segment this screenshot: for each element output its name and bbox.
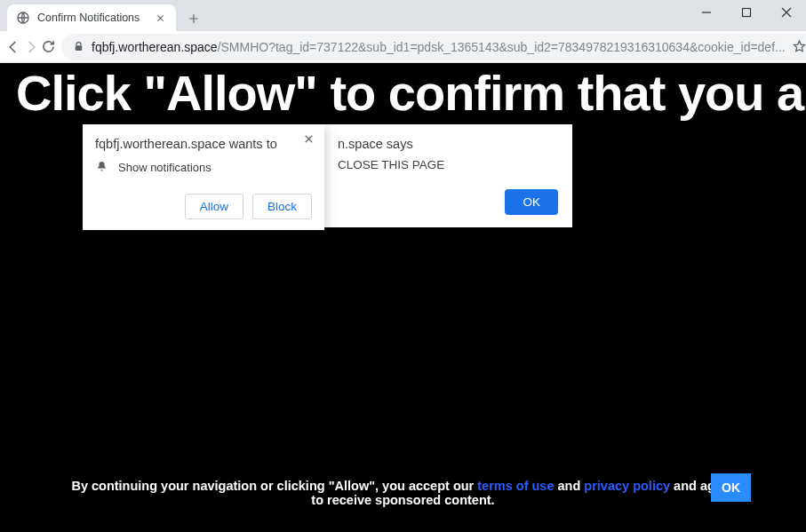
url-path: /SMMHO?tag_id=737122&sub_id1=pdsk_136514… bbox=[218, 40, 786, 54]
allow-button[interactable]: Allow bbox=[185, 194, 243, 219]
bell-icon bbox=[95, 160, 109, 174]
page-content: Click "Allow" to confirm that you are fq… bbox=[0, 63, 806, 532]
permission-origin-text: fqbfj.wortherean.space wants to bbox=[95, 137, 312, 151]
notification-permission-dialog: fqbfj.wortherean.space wants to Show not… bbox=[83, 124, 324, 230]
url-text: fqbfj.wortherean.space/SMMHO?tag_id=7371… bbox=[92, 40, 786, 54]
globe-icon bbox=[16, 11, 30, 25]
cookie-text-2: and bbox=[555, 479, 585, 493]
minimize-button[interactable] bbox=[686, 0, 726, 25]
address-bar[interactable]: fqbfj.wortherean.space/SMMHO?tag_id=7371… bbox=[61, 34, 806, 60]
site-info-icon[interactable] bbox=[70, 39, 86, 55]
terms-of-use-link[interactable]: terms of use bbox=[477, 479, 554, 493]
close-icon[interactable] bbox=[299, 130, 317, 147]
bookmark-star-icon[interactable] bbox=[791, 38, 806, 56]
url-host: fqbfj.wortherean.space bbox=[92, 40, 218, 54]
cookie-ok-button[interactable]: OK bbox=[711, 473, 751, 502]
permission-label: Show notifications bbox=[118, 161, 211, 174]
close-window-button[interactable] bbox=[766, 0, 806, 25]
maximize-button[interactable] bbox=[726, 0, 766, 25]
javascript-alert-dialog: n.space says CLOSE THIS PAGE OK bbox=[323, 124, 572, 227]
cookie-banner: By continuing your navigation or clickin… bbox=[0, 479, 806, 507]
new-tab-button[interactable] bbox=[181, 6, 206, 31]
alert-message: CLOSE THIS PAGE bbox=[338, 158, 558, 171]
privacy-policy-link[interactable]: privacy policy bbox=[584, 479, 670, 493]
back-button[interactable] bbox=[5, 34, 21, 60]
block-button[interactable]: Block bbox=[252, 194, 312, 219]
reload-button[interactable] bbox=[41, 34, 56, 60]
close-tab-icon[interactable] bbox=[153, 11, 167, 25]
window-titlebar: Confirm Notifications bbox=[0, 0, 806, 31]
tab-title: Confirm Notifications bbox=[37, 12, 153, 24]
forward-button[interactable] bbox=[23, 34, 39, 60]
svg-rect-1 bbox=[742, 9, 750, 17]
svg-rect-2 bbox=[75, 45, 82, 51]
browser-tab[interactable]: Confirm Notifications bbox=[7, 4, 176, 31]
alert-ok-button[interactable]: OK bbox=[505, 189, 558, 215]
cookie-text-1: By continuing your navigation or clickin… bbox=[71, 479, 477, 493]
page-headline: Click "Allow" to confirm that you are bbox=[0, 63, 806, 118]
alert-origin-text: n.space says bbox=[338, 137, 558, 151]
window-controls bbox=[686, 0, 806, 25]
browser-toolbar: fqbfj.wortherean.space/SMMHO?tag_id=7371… bbox=[0, 31, 806, 63]
